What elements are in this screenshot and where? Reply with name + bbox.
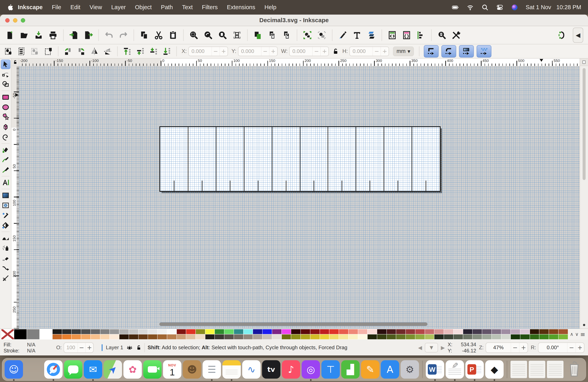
color-swatch[interactable] <box>215 329 224 334</box>
dock-messages[interactable] <box>64 360 83 379</box>
color-swatch[interactable] <box>148 334 157 340</box>
lower-button[interactable] <box>147 45 160 57</box>
color-swatch[interactable] <box>558 334 568 340</box>
dock-minimized-window[interactable] <box>529 361 546 378</box>
dock-minimized-window[interactable] <box>547 361 564 378</box>
color-swatch[interactable] <box>453 334 463 340</box>
dock-mail[interactable]: ✉ <box>84 360 102 379</box>
text-tool[interactable] <box>1 178 10 187</box>
y-field-decrease[interactable]: − <box>261 47 269 56</box>
color-swatch[interactable] <box>186 329 196 334</box>
lock-guides-icon[interactable] <box>13 60 18 65</box>
layer-name[interactable]: Layer 1 <box>106 344 123 351</box>
color-swatch[interactable] <box>167 334 177 340</box>
open-document-button[interactable] <box>18 29 31 42</box>
color-swatch[interactable] <box>558 329 568 334</box>
search-icon[interactable] <box>482 4 489 11</box>
color-swatch[interactable] <box>539 334 549 340</box>
dock-calendar[interactable]: NOV1 <box>163 360 181 379</box>
menu-edit[interactable]: Edit <box>66 4 85 11</box>
color-swatch[interactable] <box>167 329 177 334</box>
vertical-scrollbar[interactable] <box>580 58 588 328</box>
color-swatch[interactable] <box>62 334 72 340</box>
text-dialog-button[interactable] <box>350 29 364 42</box>
preferences-button[interactable] <box>450 29 463 42</box>
color-swatch[interactable] <box>520 329 530 334</box>
group-button[interactable] <box>301 29 314 42</box>
h-field-input[interactable]: 0.000−+ <box>349 47 389 56</box>
minimize-button[interactable] <box>13 18 17 22</box>
color-swatch[interactable] <box>282 329 291 334</box>
spiral-tool[interactable] <box>1 132 10 142</box>
color-swatch[interactable] <box>511 329 520 334</box>
y-field-increase[interactable]: + <box>269 47 277 56</box>
color-swatch[interactable] <box>27 329 40 340</box>
wifi-icon[interactable] <box>467 4 474 11</box>
w-field-increase[interactable]: + <box>320 47 328 56</box>
flip-vertical-button[interactable] <box>102 45 114 57</box>
ungroup-button[interactable] <box>315 29 328 42</box>
color-swatch[interactable] <box>301 334 310 340</box>
ellipse-tool[interactable] <box>1 102 10 112</box>
dock-word[interactable]: W <box>426 360 444 379</box>
y-field-input[interactable]: 0.000−+ <box>238 47 278 56</box>
color-swatch[interactable] <box>530 329 539 334</box>
cut-button[interactable] <box>152 29 165 42</box>
dock-system-settings[interactable]: ⚙ <box>400 360 419 379</box>
zoom-to-page-button[interactable] <box>216 29 229 42</box>
color-swatch[interactable] <box>262 329 272 334</box>
dropper-tool[interactable] <box>1 210 10 220</box>
color-swatch[interactable] <box>434 334 444 340</box>
color-swatch[interactable] <box>129 329 138 334</box>
color-swatch[interactable] <box>329 334 339 340</box>
find-replace-button[interactable] <box>435 29 448 42</box>
color-swatch[interactable] <box>100 329 110 334</box>
color-swatch[interactable] <box>339 334 348 340</box>
color-swatch[interactable] <box>186 334 196 340</box>
ruler-corner[interactable] <box>11 58 19 66</box>
color-swatch[interactable] <box>91 334 100 340</box>
menu-object[interactable]: Object <box>130 4 156 11</box>
close-button[interactable] <box>5 18 10 22</box>
color-swatch[interactable] <box>377 329 387 334</box>
color-swatch[interactable] <box>224 329 234 334</box>
color-swatch[interactable] <box>253 334 262 340</box>
export-button[interactable] <box>82 29 95 42</box>
rectangle-tool[interactable] <box>1 92 10 102</box>
color-swatch[interactable] <box>415 329 425 334</box>
dock-freeform[interactable]: ∿ <box>242 360 261 379</box>
spray-tool[interactable] <box>1 243 10 253</box>
prev-layer-arrow[interactable]: ◀ <box>418 345 422 351</box>
menu-filters[interactable]: Filters <box>197 4 222 11</box>
raise-to-top-button[interactable] <box>121 45 133 57</box>
x-field-decrease[interactable]: − <box>211 47 220 56</box>
vertical-scrollbar-thumb[interactable] <box>583 68 586 180</box>
color-swatch[interactable] <box>262 334 272 340</box>
h-field-increase[interactable]: + <box>381 47 389 56</box>
color-swatch[interactable] <box>530 334 539 340</box>
color-swatch[interactable] <box>272 329 282 334</box>
dock-facetime[interactable] <box>143 360 162 379</box>
rotate-ccw-button[interactable] <box>62 45 74 57</box>
unlink-clone-button[interactable] <box>280 29 293 42</box>
horizontal-ruler[interactable]: -200-150-100-500501001502002503003504004… <box>19 58 580 66</box>
create-clone-button[interactable] <box>266 29 279 42</box>
import-button[interactable] <box>67 29 80 42</box>
pen-tool[interactable] <box>1 145 10 155</box>
menu-layer[interactable]: Layer <box>106 4 130 11</box>
color-swatch[interactable] <box>492 334 501 340</box>
dock-app-store[interactable]: A <box>381 360 399 379</box>
dock-inkscape[interactable]: ◆ <box>485 360 504 379</box>
undo-button[interactable] <box>102 29 116 42</box>
fill-stroke-indicator[interactable]: Fill: N/A Stroke: N/A <box>4 342 35 354</box>
dock-maps[interactable]: ➤ <box>104 360 122 379</box>
color-swatch[interactable] <box>520 334 530 340</box>
palette-scroll-up[interactable]: ∧ <box>570 331 574 337</box>
color-swatch[interactable] <box>282 334 291 340</box>
x-field-increase[interactable]: + <box>220 47 228 56</box>
dock-contacts[interactable]: ☻ <box>183 360 201 379</box>
color-swatch[interactable] <box>243 329 253 334</box>
print-document-button[interactable] <box>46 29 60 42</box>
color-swatch[interactable] <box>157 329 167 334</box>
palette-menu-icon[interactable]: ≡ <box>580 331 585 338</box>
